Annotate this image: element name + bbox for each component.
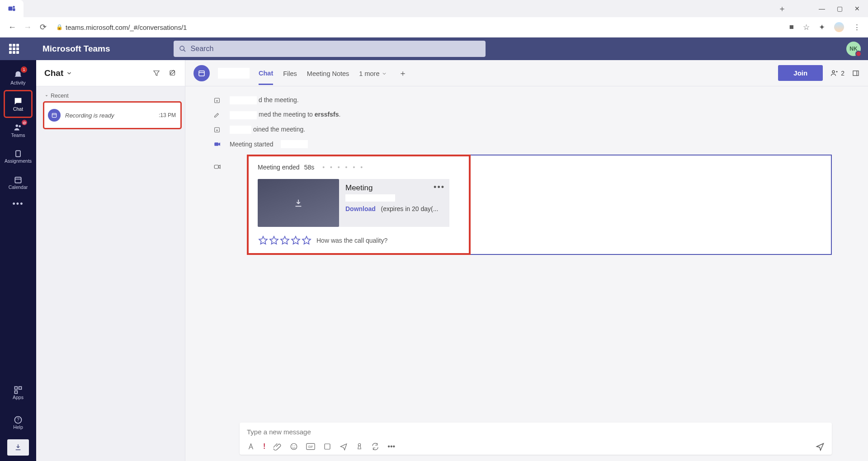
teams-icon bbox=[8, 5, 16, 13]
recording-thumbnail[interactable] bbox=[258, 179, 339, 227]
camera-icon[interactable]: ■ bbox=[789, 23, 794, 32]
rail-apps[interactable]: Apps bbox=[5, 380, 32, 406]
url-text[interactable]: teams.microsoft.com/_#/conversations/1 bbox=[66, 24, 789, 31]
svg-text:GIF: GIF bbox=[308, 445, 313, 448]
send-button[interactable] bbox=[816, 442, 825, 451]
rail-download[interactable] bbox=[7, 439, 29, 456]
svg-rect-16 bbox=[52, 113, 56, 118]
people-add-icon bbox=[830, 69, 839, 78]
download-icon bbox=[293, 198, 303, 208]
rail-more[interactable]: ••• bbox=[13, 199, 24, 209]
teams-badge: @ bbox=[22, 120, 27, 125]
sticker-icon[interactable] bbox=[323, 442, 331, 451]
more-icon[interactable]: ••• bbox=[387, 442, 395, 451]
video-outline-icon bbox=[213, 163, 222, 171]
message-composer[interactable]: Type a new message ! GIF ••• bbox=[240, 423, 832, 455]
svg-point-6 bbox=[19, 125, 20, 127]
call-quality-stars[interactable] bbox=[258, 235, 312, 246]
call-quality-label: How was the call quality? bbox=[316, 237, 387, 244]
user-avatar[interactable]: NK bbox=[846, 42, 861, 56]
star-icon[interactable] bbox=[269, 235, 279, 246]
star-icon[interactable]: ☆ bbox=[803, 23, 810, 32]
close-icon[interactable]: ✕ bbox=[854, 5, 860, 12]
attach-icon[interactable] bbox=[274, 442, 282, 451]
search-input[interactable]: Search bbox=[174, 41, 486, 57]
praise-icon[interactable] bbox=[356, 442, 363, 451]
reload-button[interactable]: ⟳ bbox=[35, 22, 51, 32]
rail-label: Calendar bbox=[9, 184, 28, 190]
star-icon[interactable] bbox=[258, 235, 269, 246]
svg-point-1 bbox=[13, 6, 15, 8]
schedule-send-icon[interactable] bbox=[340, 442, 348, 451]
rail-label: Help bbox=[13, 424, 23, 430]
participants-button[interactable]: 2 bbox=[830, 69, 844, 78]
rail-chat[interactable]: Chat bbox=[5, 91, 32, 117]
url-bar: ← → ⟳ 🔒 teams.microsoft.com/_#/conversat… bbox=[0, 17, 868, 38]
rail-label: Assignments bbox=[5, 158, 32, 164]
star-icon[interactable] bbox=[279, 235, 290, 246]
svg-rect-11 bbox=[19, 387, 22, 390]
rail-teams[interactable]: @ Teams bbox=[5, 117, 32, 143]
minimize-icon[interactable]: — bbox=[819, 5, 825, 12]
chat-item-time: :13 PM bbox=[159, 112, 176, 118]
open-pane-icon[interactable] bbox=[852, 69, 860, 77]
maximize-icon[interactable]: ▢ bbox=[837, 5, 843, 12]
rail-assignments[interactable]: Assignments bbox=[5, 143, 32, 169]
apps-icon bbox=[14, 386, 23, 395]
system-row: oined the meeting. bbox=[213, 126, 832, 134]
gif-icon[interactable]: GIF bbox=[306, 443, 315, 450]
add-tab-button[interactable]: ＋ bbox=[399, 68, 407, 79]
chat-heading[interactable]: Chat bbox=[44, 68, 72, 78]
filter-icon[interactable] bbox=[152, 69, 160, 77]
window-tab-strip: ＋ — ▢ ✕ bbox=[0, 0, 868, 17]
rail-calendar[interactable]: Calendar bbox=[5, 169, 32, 196]
recording-more-button[interactable]: ••• bbox=[434, 183, 445, 192]
browser-menu-icon[interactable]: ⋮ bbox=[853, 23, 861, 32]
emoji-icon[interactable] bbox=[290, 442, 298, 451]
system-row: med the meeting to erssfsfs. bbox=[213, 111, 832, 119]
message-area: d the meeting. med the meeting to erssfs… bbox=[185, 86, 868, 414]
forward-button[interactable]: → bbox=[20, 23, 35, 32]
rail-label: Teams bbox=[11, 132, 25, 138]
chevron-down-icon bbox=[382, 71, 387, 76]
svg-rect-0 bbox=[9, 7, 13, 11]
compose-icon[interactable] bbox=[169, 69, 177, 77]
calendar-add-icon bbox=[213, 97, 222, 104]
svg-text:?: ? bbox=[17, 417, 19, 422]
extensions-icon[interactable]: ✦ bbox=[819, 23, 825, 32]
star-icon[interactable] bbox=[290, 235, 301, 246]
svg-point-28 bbox=[292, 446, 293, 447]
meeting-chat-icon bbox=[48, 109, 61, 122]
svg-point-29 bbox=[295, 446, 296, 447]
svg-rect-21 bbox=[853, 71, 859, 75]
tab-more[interactable]: 1 more bbox=[359, 62, 387, 84]
chat-header-icon bbox=[193, 65, 210, 81]
tab-meeting-notes[interactable]: Meeting Notes bbox=[307, 62, 349, 84]
rail-activity[interactable]: 1 Activity bbox=[5, 65, 32, 91]
loop-icon[interactable] bbox=[371, 442, 379, 451]
svg-rect-7 bbox=[16, 151, 20, 156]
download-link[interactable]: Download bbox=[345, 205, 376, 212]
window-controls: — ▢ ✕ bbox=[819, 5, 860, 12]
search-placeholder: Search bbox=[191, 45, 214, 53]
new-tab-button[interactable]: ＋ bbox=[772, 3, 793, 14]
priority-icon[interactable]: ! bbox=[263, 442, 265, 451]
chat-list-item[interactable]: Recording is ready :13 PM bbox=[44, 103, 180, 128]
format-icon[interactable] bbox=[247, 442, 255, 451]
back-button[interactable]: ← bbox=[5, 23, 20, 32]
tab-chat[interactable]: Chat bbox=[259, 61, 273, 85]
pencil-icon bbox=[213, 111, 222, 118]
join-button[interactable]: Join bbox=[778, 65, 823, 81]
tab-files[interactable]: Files bbox=[283, 62, 297, 84]
star-icon[interactable] bbox=[301, 235, 312, 246]
recent-label[interactable]: Recent bbox=[36, 86, 185, 102]
app-launcher-icon[interactable] bbox=[9, 44, 19, 54]
svg-point-33 bbox=[359, 443, 361, 446]
svg-rect-32 bbox=[325, 444, 330, 449]
meeting-duration: 58s bbox=[304, 164, 315, 171]
tab-teams[interactable] bbox=[0, 0, 24, 17]
calendar-icon bbox=[14, 175, 23, 184]
rail-label: Chat bbox=[13, 106, 23, 112]
profile-avatar-browser[interactable] bbox=[834, 22, 844, 32]
rail-help[interactable]: ? Help bbox=[5, 409, 32, 436]
